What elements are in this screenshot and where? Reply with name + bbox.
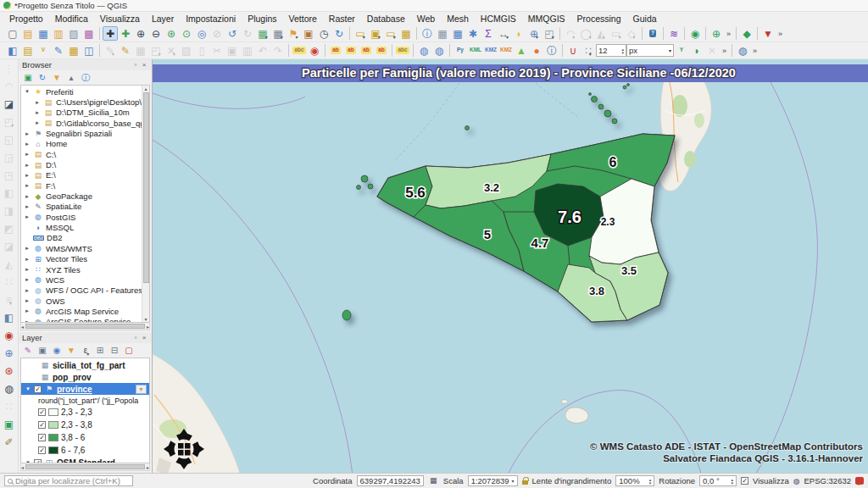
crs-button[interactable]: EPSG:32632 <box>804 476 851 485</box>
statistical-summary[interactable]: Σ <box>481 26 496 41</box>
identify-plus[interactable]: ⓘ <box>544 43 559 58</box>
browser-item-arcgis-feature-service[interactable]: ▸◍ArcGIS Feature Service <box>21 317 149 323</box>
area-features-plugin[interactable]: ▣ <box>2 415 17 433</box>
zoom-full-extent[interactable]: ⊛ <box>164 26 179 41</box>
toolbar-overflow-chevron[interactable]: » <box>726 30 731 38</box>
new-project[interactable]: ▢ <box>5 26 20 41</box>
layer-item-pop-prov[interactable]: ▦pop_prov <box>21 371 149 383</box>
refresh-map[interactable]: ↻ <box>331 26 347 41</box>
snapping-toggle[interactable]: ∪ <box>565 43 581 58</box>
float-panel-icon[interactable]: ▫ <box>131 334 140 341</box>
class-visibility-checkbox[interactable]: ✓ <box>38 446 46 454</box>
map-canvas[interactable]: 5.6 3.2 6 7.6 2.3 5 4.7 3.5 3.8 Particel… <box>153 59 868 473</box>
layer-visibility-checkbox[interactable]: ✓ <box>34 385 42 393</box>
new-shapefile-layer[interactable]: V <box>36 43 51 58</box>
layer-filter-indicator-icon[interactable]: ▼ <box>136 385 147 394</box>
pan-map[interactable]: ✚ <box>103 26 118 41</box>
menu-item-vettore[interactable]: Vettore <box>283 12 323 25</box>
plugin-tool[interactable]: ◗ <box>689 43 704 58</box>
layer-item-sicilia-tot-fg-part[interactable]: ▦sicilia_tot_fg_part <box>21 359 149 371</box>
browser-item-vector-tiles[interactable]: ▸⊞Vector Tiles <box>21 254 149 264</box>
open-project[interactable]: ▤ <box>20 26 36 41</box>
tree-expander-icon[interactable]: ▸ <box>24 276 31 283</box>
snapping-units[interactable]: px▾ <box>626 44 674 57</box>
zoom-level-plugin[interactable]: ⊕ <box>709 26 724 41</box>
spinner-arrows-icon[interactable]: ▴▾ <box>621 47 624 54</box>
class-visibility-checkbox[interactable]: ✓ <box>38 408 46 416</box>
move-layer[interactable]: ◧ <box>5 43 20 58</box>
share-plugin[interactable]: ◉ <box>687 26 703 41</box>
temporal-controller[interactable]: ◷ <box>316 26 331 41</box>
browser-item-preferiti[interactable]: ▾★Preferiti <box>21 86 149 97</box>
tree-expander-icon[interactable]: ▸ <box>24 193 31 200</box>
select-by-form[interactable]: ▣▾ <box>368 26 383 41</box>
browser-item-c-users-pigre-desktop-s[interactable]: ▸▤C:\Users\pigre\Desktop\s <box>21 97 149 107</box>
mmqgis-geocode[interactable]: ◍ <box>416 43 431 58</box>
identify-features[interactable]: ⓘ <box>420 26 435 41</box>
legend-class-2-3-2-3[interactable]: ✓2,3 - 2,3 <box>21 406 149 419</box>
browser-item-c[interactable]: ▸▤C:\ <box>21 149 149 159</box>
new-virtual-layer[interactable]: ◫ <box>81 43 97 58</box>
tree-expander-icon[interactable]: ▸ <box>24 287 31 294</box>
tree-expander-icon[interactable]: ▸ <box>34 99 41 106</box>
pan-to-selection[interactable]: ✚ <box>118 26 133 41</box>
class-visibility-checkbox[interactable]: ✓ <box>38 434 46 441</box>
open-layer-styling-panel[interactable]: ✎ <box>21 344 35 357</box>
cluster-points-plugin[interactable]: ⊛ <box>2 362 17 380</box>
map-tips[interactable]: ◗ <box>511 26 526 41</box>
highlight-pinned-labels[interactable]: ab <box>343 43 359 58</box>
menu-item-modifica[interactable]: Modifica <box>49 12 94 25</box>
browser-item-geopackage[interactable]: ▸◆GeoPackage <box>21 191 149 201</box>
tree-expander-icon[interactable]: ▸ <box>24 256 31 263</box>
offline-editing-globe[interactable]: ◍ <box>2 380 17 397</box>
menu-item-mmqgis[interactable]: MMQGIS <box>522 12 571 25</box>
new-3d-map-view[interactable]: ▦▾ <box>270 26 286 41</box>
menu-item-processing[interactable]: Processing <box>571 12 627 25</box>
dataplotly[interactable]: ≋ <box>666 26 682 41</box>
layer-labeling-options[interactable]: abc <box>292 43 307 58</box>
geometry-plugin[interactable]: ◆ <box>739 26 754 41</box>
tree-expander-icon[interactable]: ▾ <box>25 385 31 392</box>
lock-scale-icon[interactable] <box>522 480 528 485</box>
filter-legend[interactable]: ▼ <box>64 344 78 357</box>
browser-item-ows[interactable]: ▸◍OWS <box>21 296 149 306</box>
browser-item-f[interactable]: ▸▤F:\ <box>21 180 149 191</box>
menu-item-plugins[interactable]: Plugins <box>242 12 282 25</box>
move-label[interactable]: ab <box>359 43 374 58</box>
locator-search-input[interactable]: Digita per localizzare (Ctrl+K) <box>4 475 133 486</box>
copy-canvas-tool[interactable]: ◧ <box>2 308 17 326</box>
tree-expander-icon[interactable]: ▾ <box>24 88 31 95</box>
tree-expander-icon[interactable]: ▸ <box>24 151 31 158</box>
layer-item-province[interactable]: ▾✓⚑province▼ <box>21 383 149 395</box>
menu-item-progetto[interactable]: Progetto <box>3 12 49 25</box>
rotation-spinbox[interactable]: 0,0 ° ▴▾ <box>699 475 737 486</box>
spatial-bookmarks[interactable]: ⚑▾ <box>286 26 301 41</box>
kmz-tools[interactable]: KMZ <box>483 43 498 58</box>
menu-item-guida[interactable]: Guida <box>627 12 663 25</box>
select-shape-tool[interactable]: ◪ <box>2 95 17 113</box>
browser-vscrollbar[interactable]: ▴▾ <box>142 86 149 322</box>
filter-by-expression[interactable]: ε▾ <box>79 344 92 357</box>
browser-item-d-gitlab-corso-base-qgi[interactable]: ▸▤D:\Gitlab\corso_base_qgi <box>21 118 149 128</box>
manage-map-themes[interactable]: ◉ <box>50 344 64 357</box>
scroll-up-icon[interactable]: ▴ <box>144 86 147 92</box>
python-console[interactable]: Py <box>453 43 468 58</box>
rotate-label[interactable]: ab <box>374 43 389 58</box>
data-source-manager[interactable]: ▤ <box>20 43 36 58</box>
new-spatial-bookmark[interactable]: ▣ <box>301 26 316 41</box>
browser-properties[interactable]: ⓘ <box>79 71 92 84</box>
customize-tool[interactable]: ✐ <box>2 433 17 451</box>
tree-expander-icon[interactable]: ▾ <box>25 459 31 463</box>
new-map-view[interactable]: ▦▾ <box>255 26 270 41</box>
browser-item-wcs[interactable]: ▸◍WCS <box>21 274 149 285</box>
tree-expander-icon[interactable]: ▸ <box>24 297 31 304</box>
lat-lon-tools[interactable]: ▲ <box>514 43 529 58</box>
new-gpx-layer[interactable]: ▦ <box>66 43 81 58</box>
scroll-down-icon[interactable]: ▾ <box>144 316 147 322</box>
project-properties[interactable]: ▧ <box>66 26 81 41</box>
change-label[interactable]: abc <box>395 43 410 58</box>
menu-item-impostazioni[interactable]: Impostazioni <box>180 12 242 25</box>
browser-item-spatialite[interactable]: ▸✎SpatiaLite <box>21 202 149 212</box>
render-checkbox[interactable]: ✓ <box>741 477 748 485</box>
collapse-all-browser[interactable]: ▴ <box>64 71 78 84</box>
